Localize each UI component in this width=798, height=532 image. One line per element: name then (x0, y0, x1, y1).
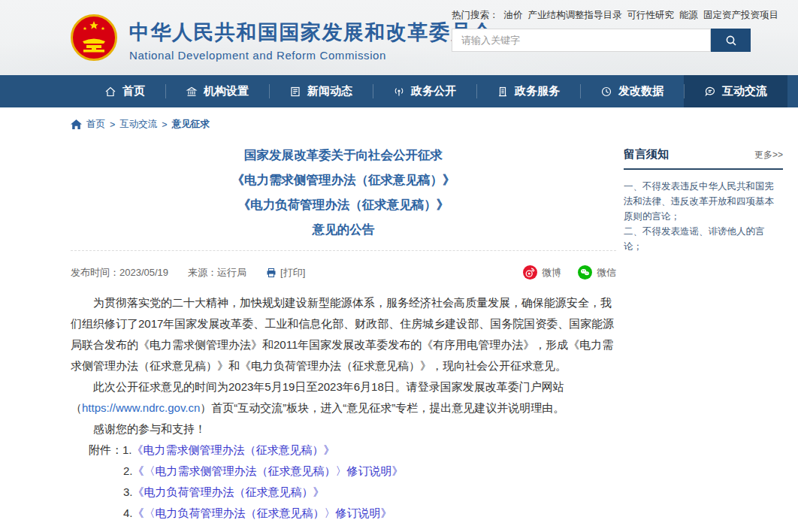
breadcrumb-home[interactable]: 首页 (86, 118, 105, 131)
nav-label: 新闻动态 (307, 84, 352, 98)
nav-label: 互动交流 (722, 84, 767, 98)
nav-item-organization[interactable]: 机构设置 (165, 75, 269, 107)
attachment-number: 4. (123, 506, 133, 519)
attachments-label: 附件： (89, 443, 122, 456)
nav-label: 首页 (122, 84, 145, 98)
clock-icon (600, 86, 612, 98)
bank-icon (186, 86, 198, 98)
broadcast-icon (393, 86, 405, 98)
share-wechat-button[interactable]: 微信 (578, 265, 616, 280)
publish-time: 发布时间：2023/05/19 (71, 266, 168, 280)
weibo-icon (523, 265, 537, 280)
article-meta-row: 发布时间：2023/05/19 来源：运行局 [打印] (71, 265, 616, 280)
search-input[interactable] (452, 29, 711, 52)
nav-item-data[interactable]: 发改数据 (580, 75, 684, 107)
hot-search-term[interactable]: 能源 (679, 10, 698, 20)
hot-search-term[interactable]: 油价 (504, 10, 523, 20)
nav-item-news[interactable]: 新闻动态 (269, 75, 373, 107)
search-bar (452, 29, 752, 52)
printer-icon (266, 268, 277, 278)
attachment-row: 3.《电力负荷管理办法（征求意见稿）》 (71, 482, 616, 503)
wechat-icon (578, 265, 592, 280)
hot-search-row: 热门搜索：油价产业结构调整指导目录可行性研究能源固定资产投资项目 (452, 9, 752, 22)
attachment-number: 2. (123, 464, 133, 477)
article-meta: 发布时间：2023/05/19 来源：运行局 [打印] (71, 266, 305, 280)
sidebar-message-notice: 留言须知 更多>> 一、不得发表违反中华人民共和国宪法和法律、违反改革开放和四项… (624, 147, 783, 254)
print-button[interactable]: [打印] (266, 266, 305, 280)
share-weibo-button[interactable]: 微博 (523, 265, 561, 280)
attachment-link-4[interactable]: 《〈电力负荷管理办法（征求意见稿）〉修订说明》 (133, 506, 392, 519)
attachment-link-1[interactable]: 《电力需求侧管理办法（征求意见稿）》 (132, 443, 335, 456)
breadcrumb-current: 意见征求 (172, 118, 210, 131)
hot-search-term[interactable]: 可行性研究 (627, 10, 675, 20)
sidebar-more-link[interactable]: 更多>> (754, 149, 783, 162)
share-buttons: 微博 微信 (523, 265, 616, 280)
services-icon (497, 86, 509, 98)
site-title-cn: 中华人民共和国国家发展和改革委员会 (129, 19, 494, 46)
paragraph: 此次公开征求意见的时间为2023年5月19日至2023年6月18日。请登录国家发… (71, 376, 616, 419)
article-title-line: 《电力需求侧管理办法（征求意见稿）》 (71, 171, 616, 189)
nav-item-interaction[interactable]: 互动交流 (684, 75, 787, 107)
ndrc-website-link[interactable]: https://www.ndrc.gov.cn (82, 401, 200, 414)
thanks-line: 感谢您的参与和支持！ (71, 419, 616, 440)
search-icon (724, 34, 738, 47)
print-label: [打印] (280, 266, 305, 280)
attachment-link-3[interactable]: 《电力负荷管理办法（征求意见稿）》 (133, 485, 325, 498)
article-column: 国家发展改革委关于向社会公开征求 《电力需求侧管理办法（征求意见稿）》 《电力负… (71, 140, 616, 532)
article-title-line: 《电力负荷管理办法（征求意见稿）》 (71, 195, 616, 214)
attachment-number: 1. (122, 443, 132, 456)
home-icon (104, 86, 116, 98)
nav-item-services[interactable]: 政务服务 (476, 75, 580, 107)
nav-label: 发改数据 (618, 84, 663, 98)
breadcrumb-separator: > (110, 119, 115, 130)
attachment-row: 2.《〈电力需求侧管理办法（征求意见稿）〉修订说明》 (71, 461, 616, 482)
main-nav: 首页 机构设置 新闻动态 (0, 75, 798, 107)
paragraph: 为贯彻落实党的二十大精神，加快规划建设新型能源体系，服务经济社会高质量发展，确保… (71, 292, 616, 376)
national-emblem-icon (70, 14, 118, 62)
article-title-line: 意见的公告 (71, 220, 616, 239)
share-weibo-label: 微博 (542, 266, 561, 280)
header-search-area: 热门搜索：油价产业结构调整指导目录可行性研究能源固定资产投资项目 (452, 9, 752, 52)
nav-label: 机构设置 (204, 84, 249, 98)
nav-item-disclosure[interactable]: 政务公开 (373, 75, 476, 107)
nav-label: 政务公开 (411, 84, 456, 98)
source: 来源：运行局 (188, 266, 246, 280)
sidebar-rules: 一、不得发表违反中华人民共和国宪法和法律、违反改革开放和四项基本原则的言论； 二… (624, 179, 783, 254)
search-button[interactable] (711, 29, 751, 52)
attachment-row: 4.《〈电力负荷管理办法（征求意见稿）〉修订说明》 (71, 503, 616, 524)
article-title-line: 国家发展改革委关于向社会公开征求 (71, 146, 616, 165)
attachment-link-2[interactable]: 《〈电力需求侧管理办法（征求意见稿）〉修订说明》 (133, 464, 404, 477)
attachment-number: 3. (123, 485, 133, 498)
breadcrumb-interaction[interactable]: 互动交流 (119, 118, 157, 131)
article-body: 为贯彻落实党的二十大精神，加快规划建设新型能源体系，服务经济社会高质量发展，确保… (71, 292, 616, 532)
rule-item: 二、不得发表造谣、诽谤他人的言论； (624, 224, 783, 254)
home-icon (71, 119, 82, 130)
share-wechat-label: 微信 (597, 266, 616, 280)
nav-label: 政务服务 (515, 84, 560, 98)
breadcrumb: 首页 > 互动交流 > 意见征求 (71, 118, 210, 131)
hot-search-term[interactable]: 产业结构调整指导目录 (528, 10, 622, 20)
chat-icon (704, 86, 716, 98)
rule-item: 一、不得发表违反中华人民共和国宪法和法律、违反改革开放和四项基本原则的言论； (624, 179, 783, 224)
nav-item-home[interactable]: 首页 (84, 75, 165, 107)
site-title-en: National Development and Reform Commissi… (129, 49, 494, 62)
site-header: 中华人民共和国国家发展和改革委员会 National Development a… (0, 0, 798, 75)
attachment-row: 附件：1.《电力需求侧管理办法（征求意见稿）》 (71, 440, 616, 461)
paragraph-text: ）首页“互动交流”板块，进入“意见征求”专栏，提出意见建议并说明理由。 (200, 401, 564, 414)
breadcrumb-separator: > (162, 119, 167, 130)
hot-search-label: 热门搜索： (452, 10, 499, 20)
page: 中华人民共和国国家发展和改革委员会 National Development a… (0, 0, 798, 532)
site-title-block: 中华人民共和国国家发展和改革委员会 National Development a… (129, 19, 494, 62)
dashed-divider (71, 250, 616, 251)
news-icon (289, 86, 301, 98)
hot-search-term[interactable]: 固定资产投资项目 (703, 10, 778, 20)
sidebar-title: 留言须知 (624, 147, 669, 162)
attachments: 附件：1.《电力需求侧管理办法（征求意见稿）》 2.《〈电力需求侧管理办法（征求… (71, 440, 616, 524)
sidebar-header: 留言须知 更多>> (624, 147, 783, 170)
